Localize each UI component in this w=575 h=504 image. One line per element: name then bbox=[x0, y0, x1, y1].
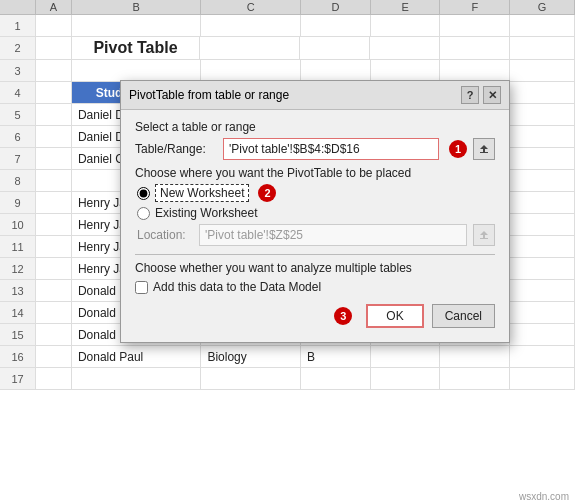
dialog-close-button[interactable]: ✕ bbox=[483, 86, 501, 104]
cell-16e bbox=[371, 346, 441, 367]
cell-16a bbox=[36, 346, 72, 367]
watermark: wsxdn.com bbox=[519, 491, 569, 502]
new-worksheet-label[interactable]: New Worksheet bbox=[155, 184, 249, 202]
row-num: 7 bbox=[0, 148, 36, 169]
separator bbox=[135, 254, 495, 255]
col-e-header: E bbox=[371, 0, 441, 14]
existing-worksheet-label[interactable]: Existing Worksheet bbox=[155, 206, 258, 220]
cell-1d bbox=[301, 15, 371, 36]
cell-16f bbox=[440, 346, 510, 367]
table-range-input[interactable] bbox=[223, 138, 439, 160]
cell-3e bbox=[371, 60, 441, 81]
table-row: 2 Pivot Table bbox=[0, 37, 575, 60]
section3-label: Choose whether you want to analyze multi… bbox=[135, 261, 495, 275]
cell-1g bbox=[510, 15, 575, 36]
cell-10a bbox=[36, 214, 72, 235]
cell-3b bbox=[72, 60, 201, 81]
existing-worksheet-row: Existing Worksheet bbox=[135, 206, 495, 220]
field-label: Table/Range: bbox=[135, 142, 217, 156]
cell-7g bbox=[510, 148, 575, 169]
row-num: 2 bbox=[0, 37, 36, 59]
cell-16d: B bbox=[301, 346, 371, 367]
row-num: 5 bbox=[0, 104, 36, 125]
pivot-table-dialog: PivotTable from table or range ? ✕ Selec… bbox=[120, 80, 510, 343]
table-range-row: Table/Range: 1 bbox=[135, 138, 495, 160]
badge-3: 3 bbox=[334, 307, 352, 325]
cell-17f bbox=[440, 368, 510, 389]
row-num: 14 bbox=[0, 302, 36, 323]
row-num: 1 bbox=[0, 15, 36, 36]
col-headers: A B C D E F G bbox=[0, 0, 575, 15]
col-f-header: F bbox=[440, 0, 510, 14]
location-picker-button bbox=[473, 224, 495, 246]
title-cell: Pivot Table bbox=[72, 37, 200, 59]
cell-10g bbox=[510, 214, 575, 235]
spreadsheet: A B C D E F G 1 2 Pivot Table 3 bbox=[0, 0, 575, 504]
cell-3d bbox=[301, 60, 371, 81]
badge-1: 1 bbox=[449, 140, 467, 158]
cell-12g bbox=[510, 258, 575, 279]
cell-6a bbox=[36, 126, 72, 147]
cell-7a bbox=[36, 148, 72, 169]
dialog-help-button[interactable]: ? bbox=[461, 86, 479, 104]
col-g-header: G bbox=[510, 0, 575, 14]
cell-1e bbox=[371, 15, 441, 36]
dialog-body: Select a table or range Table/Range: 1 C… bbox=[121, 110, 509, 342]
table-row: 3 bbox=[0, 60, 575, 82]
col-d-header: D bbox=[301, 0, 371, 14]
cell-17a bbox=[36, 368, 72, 389]
range-picker-button[interactable] bbox=[473, 138, 495, 160]
corner-cell bbox=[0, 0, 36, 14]
cell-5a bbox=[36, 104, 72, 125]
cell-17d bbox=[301, 368, 371, 389]
cell-2e bbox=[370, 37, 440, 59]
cell-2g bbox=[510, 37, 575, 59]
cell-17g bbox=[510, 368, 575, 389]
table-row: 17 bbox=[0, 368, 575, 390]
cell-3g bbox=[510, 60, 575, 81]
new-worksheet-row: New Worksheet 2 bbox=[135, 184, 495, 202]
cell-16g bbox=[510, 346, 575, 367]
cell-3c bbox=[201, 60, 301, 81]
data-model-checkbox[interactable] bbox=[135, 281, 148, 294]
dialog-titlebar: PivotTable from table or range ? ✕ bbox=[121, 81, 509, 110]
col-a-header: A bbox=[36, 0, 72, 14]
cell-2c bbox=[200, 37, 300, 59]
cancel-button[interactable]: Cancel bbox=[432, 304, 495, 328]
cell-1a bbox=[36, 15, 72, 36]
cell-17c bbox=[201, 368, 301, 389]
row-num: 9 bbox=[0, 192, 36, 213]
cell-6g bbox=[510, 126, 575, 147]
cell-16c: Biology bbox=[201, 346, 301, 367]
data-model-row: Add this data to the Data Model bbox=[135, 280, 495, 294]
cell-2a bbox=[36, 37, 72, 59]
cell-11g bbox=[510, 236, 575, 257]
section1-label: Select a table or range bbox=[135, 120, 495, 134]
cell-13a bbox=[36, 280, 72, 301]
upload-icon bbox=[478, 143, 490, 155]
cell-2f bbox=[440, 37, 510, 59]
cell-4g bbox=[510, 82, 575, 103]
row-num: 17 bbox=[0, 368, 36, 389]
row-num: 16 bbox=[0, 346, 36, 367]
cell-17e bbox=[371, 368, 441, 389]
dialog-title: PivotTable from table or range bbox=[129, 88, 461, 102]
new-worksheet-radio[interactable] bbox=[137, 187, 150, 200]
cell-1c bbox=[201, 15, 301, 36]
cell-3a bbox=[36, 60, 72, 81]
data-model-label[interactable]: Add this data to the Data Model bbox=[153, 280, 321, 294]
cell-15g bbox=[510, 324, 575, 345]
ok-button[interactable]: OK bbox=[366, 304, 423, 328]
row-num: 10 bbox=[0, 214, 36, 235]
location-label: Location: bbox=[137, 228, 193, 242]
row-num: 13 bbox=[0, 280, 36, 301]
cell-5g bbox=[510, 104, 575, 125]
cell-11a bbox=[36, 236, 72, 257]
row-num: 12 bbox=[0, 258, 36, 279]
cell-12a bbox=[36, 258, 72, 279]
row-num: 6 bbox=[0, 126, 36, 147]
cell-14a bbox=[36, 302, 72, 323]
existing-worksheet-radio[interactable] bbox=[137, 207, 150, 220]
cell-9g bbox=[510, 192, 575, 213]
dialog-footer: 3 OK Cancel bbox=[135, 304, 495, 332]
